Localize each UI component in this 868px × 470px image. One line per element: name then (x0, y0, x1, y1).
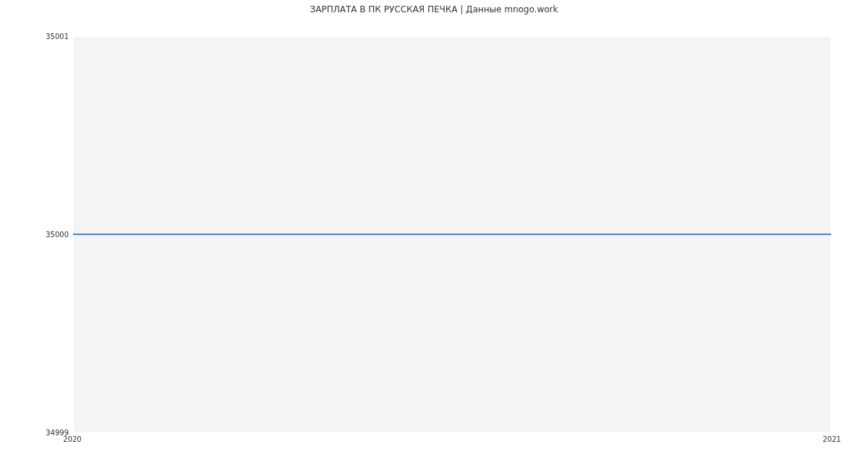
chart-title: ЗАРПЛАТА В ПК РУССКАЯ ПЕЧКА | Данные mno… (0, 4, 868, 14)
x-tick-label: 2020 (63, 435, 81, 443)
y-tick-label: 35000 (46, 231, 69, 239)
x-tick-label: 2021 (822, 435, 841, 443)
data-series-line (73, 234, 831, 235)
y-tick-label: 35001 (46, 33, 69, 40)
plot-area (72, 36, 832, 432)
